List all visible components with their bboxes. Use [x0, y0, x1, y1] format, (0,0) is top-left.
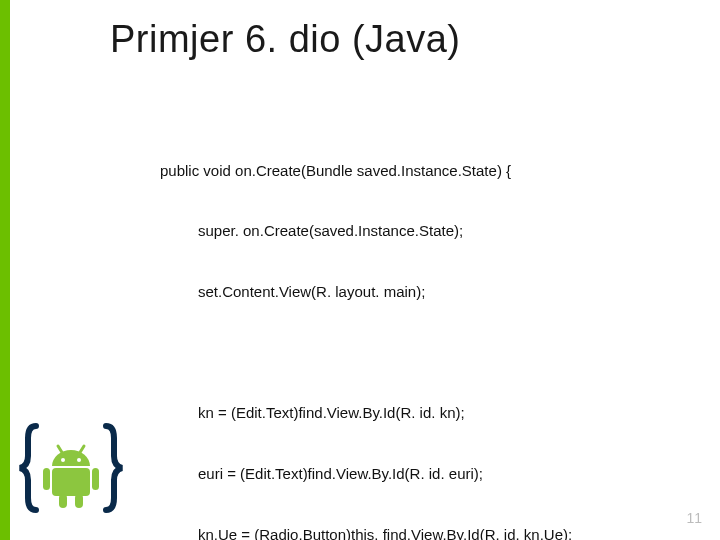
- svg-rect-4: [52, 468, 90, 496]
- code-line: public void on.Create(Bundle saved.Insta…: [160, 161, 572, 181]
- code-line: super. on.Create(saved.Instance.State);: [160, 221, 572, 241]
- svg-point-2: [61, 458, 65, 462]
- svg-rect-8: [75, 494, 83, 508]
- code-block: public void on.Create(Bundle saved.Insta…: [160, 120, 572, 540]
- svg-line-1: [79, 446, 84, 454]
- slide-title: Primjer 6. dio (Java): [110, 18, 460, 61]
- android-logo-icon: [16, 418, 126, 518]
- svg-line-0: [58, 446, 63, 454]
- svg-rect-5: [43, 468, 50, 490]
- code-line: set.Content.View(R. layout. main);: [160, 282, 572, 302]
- slide: Primjer 6. dio (Java) public void on.Cre…: [0, 0, 720, 540]
- code-line: kn.Ue = (Radio.Button)this. find.View.By…: [160, 525, 572, 540]
- code-line: kn = (Edit.Text)find.View.By.Id(R. id. k…: [160, 403, 572, 423]
- svg-rect-7: [59, 494, 67, 508]
- left-accent-bar: [0, 0, 10, 540]
- code-line: euri = (Edit.Text)find.View.By.Id(R. id.…: [160, 464, 572, 484]
- svg-rect-6: [92, 468, 99, 490]
- blank-line: [160, 343, 572, 363]
- page-number: 11: [686, 510, 702, 526]
- svg-point-3: [77, 458, 81, 462]
